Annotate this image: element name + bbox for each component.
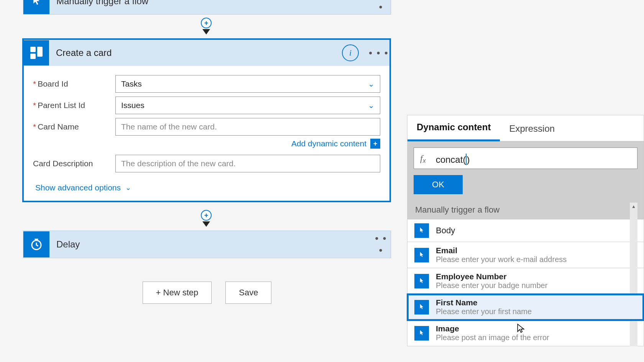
card-name-input[interactable]: The name of the new card. (115, 118, 380, 136)
expression-input[interactable]: fx concat() (414, 147, 637, 169)
pointer-icon (414, 223, 429, 238)
scrollbar[interactable]: ▲ (630, 203, 637, 346)
dynamic-item-email[interactable]: Email Please enter your work e-mail addr… (407, 242, 644, 268)
dynamic-content-list: Body Email Please enter your work e-mail… (407, 219, 644, 346)
card-name-row: *Card Name The name of the new card. (24, 114, 389, 136)
card-description-label: Card Description (33, 159, 93, 168)
show-advanced-options-link[interactable]: Show advanced options ⌄ (24, 172, 389, 201)
card-name-label: Card Name (38, 122, 79, 131)
plus-icon[interactable]: + (201, 210, 212, 221)
ellipsis-icon[interactable]: • • • (368, 47, 389, 59)
ellipsis-icon[interactable]: • • • (371, 233, 391, 256)
board-id-select[interactable]: Tasks ⌄ (115, 75, 380, 93)
new-step-button[interactable]: + New step (143, 282, 212, 304)
trigger-title: Manually trigger a flow (49, 0, 371, 7)
ok-button[interactable]: OK (414, 175, 463, 194)
pointer-icon (414, 300, 429, 314)
fx-icon: fx (420, 153, 426, 164)
board-id-row: *Board Id Tasks ⌄ (24, 71, 389, 93)
delay-card[interactable]: Delay • • • (23, 231, 391, 258)
arrow-down-icon (202, 221, 210, 227)
tab-expression[interactable]: Expression (500, 116, 564, 141)
card-description-row: Card Description The description of the … (24, 149, 389, 172)
arrow-down-icon (202, 29, 210, 34)
pointer-icon (414, 326, 429, 341)
action-buttons: + New step Save (23, 282, 391, 304)
create-card-title: Create a card (49, 48, 342, 58)
pointer-icon (23, 0, 49, 14)
tab-dynamic-content[interactable]: Dynamic content (407, 115, 500, 141)
parent-list-id-select[interactable]: Issues ⌄ (115, 97, 380, 114)
dynamic-item-body[interactable]: Body (407, 219, 644, 242)
create-card-header[interactable]: Create a card i • • • (24, 40, 389, 66)
dynamic-panel-tabs: Dynamic content Expression (407, 115, 644, 141)
plus-icon: + (370, 139, 380, 149)
trigger-card[interactable]: Manually trigger a flow • • • (23, 0, 391, 15)
dynamic-section-title: Manually trigger a flow (414, 203, 637, 219)
trello-icon (24, 40, 49, 66)
pointer-icon (414, 248, 429, 262)
board-id-label: Board Id (38, 79, 68, 88)
dynamic-content-panel: Dynamic content Expression fx concat() O… (407, 115, 644, 346)
ellipsis-icon[interactable]: • • • (371, 0, 391, 13)
timer-icon (23, 231, 49, 257)
dynamic-item-employee-number[interactable]: Employee Number Please enter your badge … (407, 268, 644, 294)
chevron-down-icon: ⌄ (125, 183, 131, 192)
dynamic-item-image[interactable]: Image Please post an image of the error (407, 320, 644, 346)
scroll-up-icon[interactable]: ▲ (630, 203, 637, 210)
chevron-down-icon: ⌄ (368, 101, 375, 110)
add-step-connector[interactable]: + (199, 210, 214, 227)
card-description-input[interactable]: The description of the new card. (115, 155, 380, 172)
info-icon[interactable]: i (342, 44, 359, 61)
delay-title: Delay (49, 239, 371, 250)
parent-list-id-label: Parent List Id (38, 101, 85, 110)
save-button[interactable]: Save (225, 282, 271, 304)
add-step-connector[interactable]: + (199, 18, 214, 34)
parent-list-id-row: *Parent List Id Issues ⌄ (24, 93, 389, 114)
chevron-down-icon: ⌄ (368, 79, 375, 88)
pointer-icon (414, 274, 429, 288)
dynamic-item-first-name[interactable]: First Name Please enter your first name (407, 294, 644, 320)
add-dynamic-content-link[interactable]: Add dynamic content + (24, 136, 389, 149)
plus-icon[interactable]: + (201, 18, 212, 28)
create-card-action: Create a card i • • • *Board Id Tasks ⌄ … (22, 38, 391, 202)
